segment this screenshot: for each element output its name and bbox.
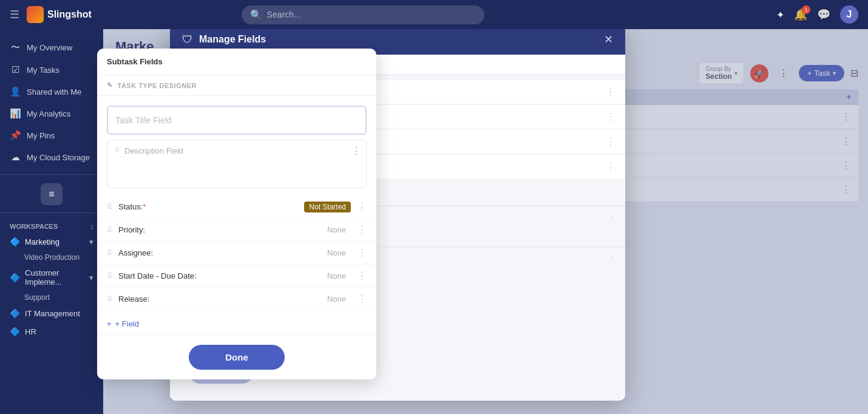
collapse-icon: ▾ bbox=[89, 237, 93, 246]
pins-icon: 📌 bbox=[10, 130, 21, 141]
edit-icon2: ✎ bbox=[107, 81, 113, 89]
release-field-more-button[interactable]: ⋮ bbox=[357, 293, 367, 305]
workspaces-label: Workspaces bbox=[10, 223, 58, 230]
workspace-label-hr: HR bbox=[25, 327, 36, 336]
assignee-field-label: Assignee: bbox=[118, 248, 321, 257]
tasks-icon: ☑ bbox=[10, 64, 21, 75]
sidebar-item-pins[interactable]: 📌 My Pins bbox=[0, 124, 103, 146]
workspace-item-customer[interactable]: 🔷 Customer Impleme... ▾ bbox=[0, 264, 103, 291]
attachments-more-button[interactable]: ⋮ bbox=[609, 214, 616, 222]
sidebar-label-tasks: My Tasks bbox=[27, 66, 59, 75]
nav-icons: ✦ 🔔 1 💬 J bbox=[776, 5, 858, 24]
description-text: Description Field bbox=[124, 146, 183, 155]
sidebar-label-cloud: My Cloud Storage bbox=[27, 153, 90, 162]
main-content: Marke Group By Section ▾ 🚀 ⋮ + Task ▾ ⊟ … bbox=[103, 29, 868, 414]
workspace-sub-video[interactable]: Video Production bbox=[0, 251, 103, 264]
sparkle-button[interactable]: ✦ bbox=[776, 9, 784, 21]
workspace-label-marketing: Marketing bbox=[25, 237, 59, 246]
subtasks-more-button[interactable]: ⋮ bbox=[609, 254, 616, 262]
overview-icon: 〜 bbox=[10, 42, 21, 53]
collapse-icon2: ▾ bbox=[89, 273, 93, 282]
hamburger-icon[interactable]: ☰ bbox=[10, 8, 19, 21]
dates-field-value: None bbox=[327, 271, 346, 280]
layers-icon[interactable]: ≡ bbox=[41, 183, 63, 205]
assignee-more-button[interactable]: ⋮ bbox=[606, 111, 615, 123]
workspace-label-customer: Customer Impleme... bbox=[25, 268, 84, 287]
field-row-status: ⠿ Status:* Not Started ⋮ bbox=[103, 195, 376, 219]
release-field-label: Release: bbox=[118, 294, 321, 304]
app-layout: 〜 My Overview ☑ My Tasks 👤 Shared with M… bbox=[0, 0, 868, 414]
workspaces-header: Workspaces ↕ bbox=[0, 218, 103, 232]
task-title-text: Task Title Field bbox=[115, 115, 172, 125]
sidebar-label-pins: My Pins bbox=[27, 131, 55, 140]
sidebar-label-overview: My Overview bbox=[27, 43, 72, 52]
search-icon: 🔍 bbox=[250, 9, 262, 21]
workspace-item-it[interactable]: 🔷 IT Management bbox=[0, 304, 103, 322]
subtask-modal-footer: Done bbox=[103, 334, 376, 379]
app-name: Slingshot bbox=[47, 9, 92, 20]
analytics-icon: 📊 bbox=[10, 108, 21, 119]
workspace-label-it: IT Management bbox=[25, 309, 80, 318]
logo-icon bbox=[27, 6, 44, 23]
shield-icon: 🛡 bbox=[182, 33, 193, 46]
field-row-dates: ⠿ Start Date - Due Date: None ⋮ bbox=[103, 265, 376, 288]
workspace-icon-marketing: 🔷 bbox=[10, 237, 20, 246]
assignee-field-value: None bbox=[327, 248, 346, 257]
dates-drag-icon: ⠿ bbox=[107, 272, 112, 280]
dates-field-label: Start Date - Due Date: bbox=[118, 271, 321, 280]
workspace-icon-it: 🔷 bbox=[10, 308, 20, 318]
dates-more-button[interactable]: ⋮ bbox=[606, 136, 615, 148]
top-nav: ☰ Slingshot 🔍 ✦ 🔔 1 💬 J bbox=[0, 0, 868, 29]
priority-field-label: Priority: bbox=[118, 225, 321, 234]
cloud-icon: ☁ bbox=[10, 152, 21, 163]
status-badge: Not Started bbox=[304, 202, 351, 212]
workspace-item-marketing[interactable]: 🔷 Marketing ▾ bbox=[0, 232, 103, 251]
assignee-drag-icon: ⠿ bbox=[107, 249, 112, 257]
description-more-button[interactable]: ⋮ bbox=[351, 145, 361, 157]
sidebar-item-shared[interactable]: 👤 Shared with Me bbox=[0, 81, 103, 103]
modal-title: Manage Fields bbox=[199, 34, 598, 45]
required-star: * bbox=[143, 203, 146, 211]
status-drag-icon: ⠿ bbox=[107, 203, 112, 211]
task-title-field[interactable]: Task Title Field bbox=[107, 106, 367, 135]
app-logo: Slingshot bbox=[27, 6, 92, 23]
sidebar-item-analytics[interactable]: 📊 My Analytics bbox=[0, 103, 103, 124]
sort-icon[interactable]: ↕ bbox=[90, 223, 94, 230]
chat-button[interactable]: 💬 bbox=[817, 8, 830, 21]
modal-close-button[interactable]: ✕ bbox=[604, 33, 613, 46]
release-more-button[interactable]: ⋮ bbox=[606, 161, 615, 172]
assignee-field-more-button[interactable]: ⋮ bbox=[357, 247, 367, 259]
field-row-release: ⠿ Release: None ⋮ bbox=[103, 288, 376, 311]
search-bar[interactable]: 🔍 bbox=[242, 5, 484, 24]
task-type-label: TASK TYPE DESIGNER bbox=[118, 82, 197, 89]
description-field[interactable]: ⠿ Description Field ⋮ bbox=[107, 140, 367, 188]
workspace-icon-customer: 🔷 bbox=[10, 273, 20, 282]
workspace-item-hr[interactable]: 🔷 HR bbox=[0, 322, 103, 341]
status-more-button[interactable]: ⋮ bbox=[357, 201, 367, 212]
subtask-modal-title: Subtask Fields bbox=[103, 49, 376, 75]
sidebar-item-cloud[interactable]: ☁ My Cloud Storage bbox=[0, 146, 103, 168]
notification-button[interactable]: 🔔 1 bbox=[794, 8, 807, 21]
sidebar-label-analytics: My Analytics bbox=[27, 109, 70, 118]
description-drag-icon: ⠿ bbox=[115, 146, 120, 154]
add-field-label: + Field bbox=[115, 319, 139, 328]
workspace-sub-support[interactable]: Support bbox=[0, 291, 103, 304]
priority-field-more-button[interactable]: ⋮ bbox=[357, 224, 367, 236]
priority-more-button[interactable]: ⋮ bbox=[606, 86, 615, 98]
done-button[interactable]: Done bbox=[189, 345, 285, 370]
release-field-value: None bbox=[327, 294, 346, 304]
search-input[interactable] bbox=[267, 10, 476, 19]
sidebar-item-overview[interactable]: 〜 My Overview bbox=[0, 36, 103, 59]
avatar[interactable]: J bbox=[840, 5, 858, 24]
notification-badge: 1 bbox=[802, 5, 810, 14]
subtask-fields-modal: Subtask Fields ✎ TASK TYPE DESIGNER Task… bbox=[103, 49, 376, 379]
add-field-plus-icon: + bbox=[107, 319, 112, 328]
priority-field-value: None bbox=[327, 225, 346, 234]
shared-icon: 👤 bbox=[10, 86, 21, 97]
subtask-task-type-designer[interactable]: ✎ TASK TYPE DESIGNER bbox=[103, 75, 376, 96]
sidebar-label-shared: Shared with Me bbox=[27, 87, 81, 97]
add-field-subtask-button[interactable]: + + Field bbox=[103, 313, 376, 334]
sidebar-item-tasks[interactable]: ☑ My Tasks bbox=[0, 59, 103, 81]
priority-drag-icon: ⠿ bbox=[107, 226, 112, 234]
dates-field-more-button[interactable]: ⋮ bbox=[357, 270, 367, 282]
